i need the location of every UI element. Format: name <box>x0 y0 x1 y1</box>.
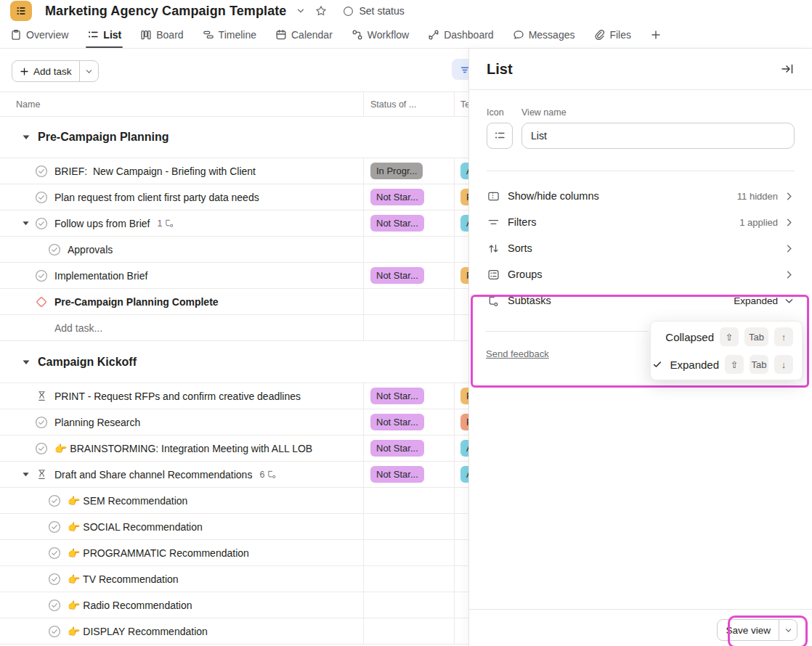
task-name[interactable]: 👉 DISPLAY Recommendation <box>68 626 208 637</box>
tab-label: Board <box>156 29 183 41</box>
tab-files[interactable]: Files <box>593 22 631 48</box>
project-icon[interactable] <box>10 1 32 21</box>
setting-filters[interactable]: Filters 1 applied <box>487 209 795 235</box>
tab-board[interactable]: Board <box>140 22 183 48</box>
status-badge[interactable]: Not Star... <box>370 466 424 483</box>
section-collapse-caret-icon[interactable] <box>22 133 31 142</box>
section-title[interactable]: Campaign Kickoff <box>38 356 137 369</box>
check-circle-icon[interactable] <box>35 416 48 429</box>
add-task-main[interactable]: Add task <box>12 61 80 81</box>
task-name[interactable]: 👉 TV Recommendation <box>68 573 179 585</box>
add-task-inline-label[interactable]: Add task... <box>54 322 102 334</box>
collapse-panel-icon[interactable] <box>780 62 795 76</box>
columns-icon <box>487 190 500 203</box>
tab-calendar[interactable]: Calendar <box>275 22 333 48</box>
panel-header: List <box>469 49 812 90</box>
setting-sorts[interactable]: Sorts <box>487 235 795 261</box>
check-circle-icon[interactable] <box>35 269 48 282</box>
check-icon <box>652 359 662 369</box>
status-badge[interactable]: Not Star... <box>370 388 424 404</box>
subtask-icon <box>487 295 500 307</box>
task-name[interactable]: Implementation Brief <box>54 270 147 282</box>
expand-caret-icon[interactable] <box>22 219 35 227</box>
timeline-icon <box>203 29 214 41</box>
task-name[interactable]: Planning Research <box>54 417 140 428</box>
view-name-input[interactable] <box>521 123 795 149</box>
section-title[interactable]: Pre-Campaign Planning <box>38 131 169 144</box>
status-badge[interactable]: Not Star... <box>370 414 424 430</box>
milestone-diamond-icon[interactable] <box>35 295 48 308</box>
task-name[interactable]: BRIEF: New Campaign - Briefing with Clie… <box>54 165 256 177</box>
add-task-button[interactable]: Add task <box>12 60 99 82</box>
page-title: Marketing Agency Campaign Template <box>45 4 286 19</box>
status-badge[interactable]: Not Star... <box>370 215 424 232</box>
expand-caret-icon[interactable] <box>22 470 35 478</box>
setting-subtasks[interactable]: Subtasks Expanded <box>487 287 795 314</box>
task-name[interactable]: 👉 SEM Recommendation <box>68 495 187 507</box>
plus-icon <box>20 67 29 76</box>
files-icon <box>593 29 605 41</box>
status-badge[interactable]: Not Star... <box>370 267 424 284</box>
tab-label: Messages <box>529 29 575 41</box>
add-view-tab-button[interactable] <box>650 22 662 48</box>
task-name[interactable]: 👉 SOCIAL Recommendation <box>68 521 203 533</box>
setting-groups[interactable]: Groups <box>487 261 795 287</box>
check-circle-icon[interactable] <box>48 243 61 256</box>
task-name[interactable]: Follow ups from Brief <box>54 218 150 229</box>
add-task-dropdown-button[interactable] <box>80 61 98 81</box>
setting-show-hide-columns[interactable]: Show/hide columns 11 hidden <box>487 183 795 209</box>
setting-value: Expanded <box>734 295 778 306</box>
check-circle-icon[interactable] <box>48 494 61 507</box>
panel-footer: Save view <box>469 609 812 646</box>
view-icon-button[interactable] <box>487 123 513 149</box>
star-icon[interactable] <box>315 5 327 17</box>
view-name-field-label: View name <box>521 107 795 118</box>
tab-label: Files <box>609 29 631 41</box>
send-feedback-link[interactable]: Send feedback <box>486 348 549 359</box>
subtask-icon <box>164 218 174 228</box>
check-circle-icon[interactable] <box>48 599 61 612</box>
task-name[interactable]: Plan request from client first party dat… <box>54 192 259 203</box>
board-icon <box>140 29 152 41</box>
section-collapse-caret-icon[interactable] <box>22 358 31 367</box>
task-name[interactable]: Pre-Campaign Planning Complete <box>54 296 219 308</box>
task-name[interactable]: PRINT - Request RFPs and confirm creativ… <box>54 391 301 402</box>
title-chevron-down-icon[interactable] <box>296 7 305 15</box>
check-circle-icon[interactable] <box>35 442 48 455</box>
check-circle-icon[interactable] <box>48 520 61 533</box>
tab-messages[interactable]: Messages <box>513 22 575 48</box>
status-badge[interactable]: In Progr... <box>370 163 423 179</box>
check-circle-icon[interactable] <box>48 625 61 638</box>
task-name[interactable]: Draft and Share channel Recommendations <box>54 469 252 481</box>
task-name[interactable]: 👉 Radio Recommendation <box>68 600 192 611</box>
option-label: Collapsed <box>665 331 714 343</box>
tab-workflow[interactable]: Workflow <box>352 22 409 48</box>
tab-dashboard[interactable]: Dashboard <box>428 22 494 48</box>
check-circle-icon[interactable] <box>35 191 48 204</box>
save-view-dropdown-button[interactable] <box>779 620 797 640</box>
dropdown-option-expanded[interactable]: Expanded ⇧ Tab ↓ <box>651 351 802 378</box>
check-circle-icon[interactable] <box>48 547 61 560</box>
tab-timeline[interactable]: Timeline <box>203 22 256 48</box>
list-view-icon <box>87 29 99 41</box>
status-badge[interactable]: Not Star... <box>370 440 424 457</box>
check-circle-icon[interactable] <box>48 573 61 586</box>
approval-hourglass-icon[interactable] <box>35 390 48 403</box>
chevron-down-icon <box>784 626 792 634</box>
subtask-count: 6 <box>259 470 276 480</box>
set-status-button[interactable]: Set status <box>343 5 404 17</box>
task-name[interactable]: 👉 BRAINSTORMING: Integration Meeting wit… <box>54 443 312 454</box>
save-view-button[interactable]: Save view <box>717 619 797 641</box>
status-badge[interactable]: Not Star... <box>370 189 424 205</box>
setting-value: 11 hidden <box>737 191 778 202</box>
dropdown-option-collapsed[interactable]: Collapsed ⇧ Tab ↑ <box>651 323 802 351</box>
tab-overview[interactable]: Overview <box>10 22 68 48</box>
task-name[interactable]: 👉 PROGRAMMATIC Recommendation <box>68 547 249 559</box>
check-circle-icon[interactable] <box>35 165 48 178</box>
approval-hourglass-icon[interactable] <box>35 468 48 481</box>
task-name[interactable]: Approvals <box>68 244 113 255</box>
save-view-label[interactable]: Save view <box>718 620 779 640</box>
panel-body: Icon View name Show/hide columns 11 hidd… <box>469 90 812 314</box>
tab-list[interactable]: List <box>87 22 121 48</box>
check-circle-icon[interactable] <box>35 217 48 230</box>
